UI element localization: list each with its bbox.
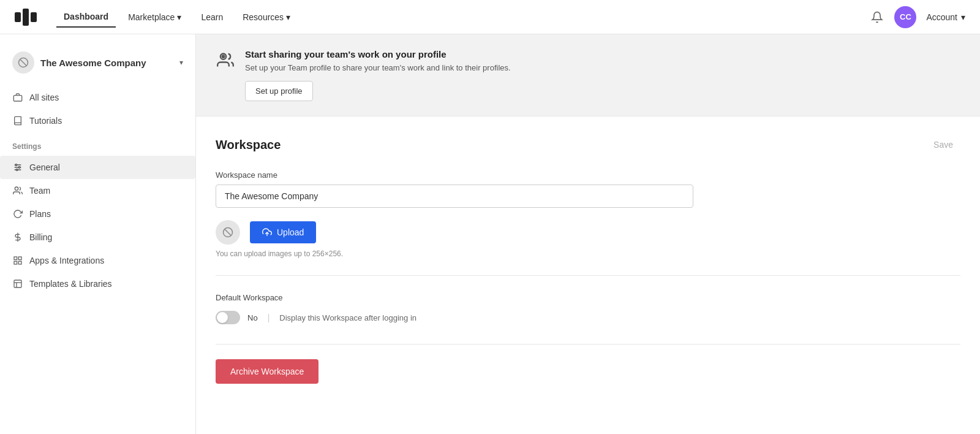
nav-learn[interactable]: Learn bbox=[194, 7, 230, 27]
svg-rect-18 bbox=[14, 280, 21, 287]
grid-icon bbox=[12, 255, 23, 266]
svg-point-11 bbox=[16, 169, 18, 171]
account-button[interactable]: Account ▾ bbox=[926, 12, 965, 22]
banner-description: Set up your Team profile to share your t… bbox=[245, 63, 511, 72]
svg-line-4 bbox=[20, 59, 27, 66]
divider bbox=[216, 275, 960, 276]
sidebar-item-label: All sites bbox=[29, 93, 59, 102]
workspace-name-field: Workspace name bbox=[216, 170, 960, 208]
settings-section-label: Settings bbox=[0, 132, 195, 156]
svg-point-9 bbox=[15, 164, 17, 166]
default-workspace-label: Default Workspace bbox=[216, 293, 960, 302]
sidebar-item-label: Billing bbox=[29, 232, 52, 242]
svg-rect-15 bbox=[18, 257, 21, 260]
nav-dashboard[interactable]: Dashboard bbox=[56, 7, 116, 28]
svg-rect-14 bbox=[14, 257, 17, 260]
sidebar-item-billing[interactable]: Billing bbox=[0, 226, 195, 249]
default-workspace-toggle[interactable] bbox=[216, 311, 240, 324]
sidebar-item-label: General bbox=[29, 162, 60, 172]
sidebar-item-team[interactable]: Team bbox=[0, 179, 195, 202]
main-layout: The Awesome Company ▾ All sites Tutorial… bbox=[0, 34, 980, 434]
sidebar-item-label: Plans bbox=[29, 209, 51, 219]
sidebar-item-plans[interactable]: Plans bbox=[0, 202, 195, 226]
avatar[interactable]: CC bbox=[894, 6, 916, 28]
workspace-section-title: Workspace bbox=[216, 138, 281, 152]
main-content: Start sharing your team's work on your p… bbox=[196, 34, 980, 434]
workspace-name: The Awesome Company bbox=[40, 58, 173, 68]
workspace-name-label: Workspace name bbox=[216, 170, 960, 180]
nav-right: CC Account ▾ bbox=[870, 6, 965, 28]
dollar-icon bbox=[12, 232, 23, 243]
logo[interactable] bbox=[15, 9, 37, 26]
nav-resources[interactable]: Resources ▾ bbox=[235, 7, 298, 27]
chevron-down-icon: ▾ bbox=[286, 12, 290, 22]
sidebar-item-tutorials[interactable]: Tutorials bbox=[0, 109, 195, 132]
sidebar: The Awesome Company ▾ All sites Tutorial… bbox=[0, 34, 196, 434]
upload-button[interactable]: Upload bbox=[250, 221, 316, 243]
refresh-icon bbox=[12, 208, 23, 219]
sidebar-item-templates-libraries[interactable]: Templates & Libraries bbox=[0, 272, 195, 295]
toggle-description: Display this Workspace after logging in bbox=[279, 313, 417, 322]
toggle-row: No | Display this Workspace after loggin… bbox=[216, 311, 960, 324]
svg-line-24 bbox=[225, 229, 232, 236]
team-icon bbox=[216, 50, 235, 70]
archive-section: Archive Workspace bbox=[216, 344, 960, 384]
layout-icon bbox=[12, 278, 23, 289]
workspace-section: Workspace Save Workspace name bbox=[196, 116, 980, 434]
workspace-switcher[interactable]: The Awesome Company ▾ bbox=[0, 47, 195, 86]
sidebar-item-apps-integrations[interactable]: Apps & Integrations bbox=[0, 249, 195, 272]
svg-point-12 bbox=[15, 187, 18, 190]
upload-hint: You can upload images up to 256×256. bbox=[216, 249, 960, 258]
banner-title: Start sharing your team's work on your p… bbox=[245, 49, 511, 59]
svg-point-10 bbox=[18, 167, 20, 169]
banner-text: Start sharing your team's work on your p… bbox=[245, 49, 511, 101]
sidebar-item-label: Apps & Integrations bbox=[29, 256, 104, 265]
sidebar-item-general[interactable]: General bbox=[0, 156, 195, 179]
upload-icon bbox=[262, 227, 272, 237]
top-nav: Dashboard Marketplace ▾ Learn Resources … bbox=[0, 0, 980, 34]
archive-workspace-button[interactable]: Archive Workspace bbox=[216, 359, 318, 384]
svg-rect-5 bbox=[13, 96, 21, 101]
sidebar-item-label: Team bbox=[29, 186, 50, 196]
sliders-icon bbox=[12, 162, 23, 173]
workspace-section-header: Workspace Save bbox=[216, 136, 960, 153]
chevron-down-icon: ▾ bbox=[177, 12, 181, 22]
svg-rect-16 bbox=[18, 261, 21, 264]
nav-marketplace[interactable]: Marketplace ▾ bbox=[121, 7, 189, 27]
setup-profile-button[interactable]: Set up profile bbox=[245, 81, 313, 101]
svg-rect-2 bbox=[31, 12, 37, 22]
bell-icon[interactable] bbox=[870, 10, 884, 25]
sidebar-item-label: Templates & Libraries bbox=[29, 279, 112, 289]
workspace-name-input[interactable] bbox=[216, 185, 693, 208]
users-icon bbox=[12, 185, 23, 196]
workspace-icon bbox=[12, 51, 34, 74]
nav-links: Dashboard Marketplace ▾ Learn Resources … bbox=[56, 7, 850, 28]
chevron-down-icon: ▾ bbox=[961, 12, 965, 22]
svg-rect-1 bbox=[23, 9, 29, 26]
sidebar-item-label: Tutorials bbox=[29, 116, 62, 126]
book-icon bbox=[12, 115, 23, 126]
separator: | bbox=[268, 313, 270, 322]
team-profile-banner: Start sharing your team's work on your p… bbox=[196, 34, 980, 116]
chevron-down-icon: ▾ bbox=[179, 58, 183, 67]
workspace-logo-preview bbox=[216, 220, 240, 245]
svg-rect-0 bbox=[15, 12, 21, 22]
briefcase-icon bbox=[12, 92, 23, 103]
svg-rect-17 bbox=[14, 261, 17, 264]
toggle-state-label: No bbox=[247, 313, 258, 322]
save-button[interactable]: Save bbox=[926, 136, 960, 153]
sidebar-item-all-sites[interactable]: All sites bbox=[0, 86, 195, 109]
toggle-knob bbox=[217, 312, 228, 323]
logo-upload-row: Upload bbox=[216, 220, 960, 245]
svg-point-22 bbox=[222, 55, 225, 58]
